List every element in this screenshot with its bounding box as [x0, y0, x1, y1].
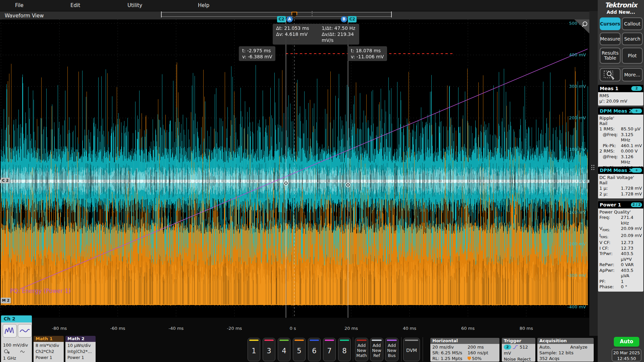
dpm2-badge[interactable]: +: [631, 109, 642, 113]
channel-number: 4: [278, 347, 290, 355]
dpm2-row-label: @Freq:: [599, 132, 621, 143]
meas1-badge[interactable]: 2: [631, 86, 642, 91]
ch2-waveform-button-2[interactable]: [18, 324, 32, 338]
cursor-b-line[interactable]: [348, 19, 348, 318]
x-axis-label: -60 ms: [104, 326, 131, 331]
adder-label: AddNewBus: [385, 343, 398, 358]
cursor-a-line[interactable]: [286, 19, 286, 318]
dpm2-row-value: 85.50 μV: [621, 126, 642, 132]
cursor-a-source-badge[interactable]: C2: [277, 16, 286, 22]
sidebar-button-plot[interactable]: Plot: [622, 48, 643, 64]
dpm3-badge[interactable]: +: [631, 168, 642, 173]
power1-row-value: 12.73: [621, 246, 642, 251]
channel-button-4[interactable]: 4: [278, 338, 290, 361]
acquisition-panel[interactable]: Acquisition Auto, Analyze Sample: 12 bit…: [537, 338, 594, 362]
sidebar-button-measure[interactable]: Measure: [600, 33, 621, 45]
channel-button-6[interactable]: 6: [308, 338, 321, 361]
zoom-select-button[interactable]: [600, 68, 621, 81]
acquisition-mode: Auto,: [539, 344, 570, 350]
ch2-panel[interactable]: 100 mV/div 1 GHz: [1, 322, 32, 362]
sidebar-button-cursors[interactable]: Cursors: [600, 17, 621, 30]
dpm2-row: 1 RMS:85.50 μV: [599, 126, 642, 132]
menu-item-edit[interactable]: Edit: [70, 2, 80, 8]
panel-dpm2[interactable]: DPM Meas 2+Ripple'Rail1 RMS:85.50 μV@Fre…: [598, 107, 643, 172]
trigger-panel[interactable]: Trigger 2 512 mV Noise Reject: [502, 338, 535, 362]
math2-reference-marker[interactable]: M 2: [1, 298, 11, 303]
channel-button-1[interactable]: 1: [248, 338, 260, 361]
trigger-title: Trigger: [502, 338, 535, 344]
divider: [401, 337, 401, 361]
power1-row: IRMS:20.09 mV: [599, 233, 642, 240]
horizontal-window: 200 ms: [468, 344, 497, 350]
ch2-tab[interactable]: Ch 2: [1, 315, 32, 322]
menu-item-file[interactable]: File: [15, 2, 23, 8]
sidebar-button-callout[interactable]: Callout: [622, 17, 643, 30]
sidebar-button-results-table[interactable]: Results Table: [600, 48, 621, 64]
adder-color-bar: [357, 340, 367, 341]
channel-button-3[interactable]: 3: [263, 338, 275, 361]
ch2-bandwidth: 1 GHz: [3, 356, 16, 361]
math2-panel[interactable]: Math 2 10 μWs/div Intg(Ch2*… Power 1: [65, 336, 96, 362]
power1-row: TrPwr:403.5 μV*V: [599, 251, 642, 262]
channel-button-5[interactable]: 5: [293, 338, 306, 361]
panel-power1[interactable]: Power 12 / 2Power Quality'Freq:271.4 kHz…: [598, 201, 643, 292]
channel-button-8[interactable]: 8: [338, 338, 351, 361]
delta-t-value: Δt: 21.053 ms: [276, 25, 317, 31]
math1-panel[interactable]: Math 1 8 mV*V/div Ch2*Ch2 Power 1: [34, 336, 64, 362]
x-axis-label: 40 ms: [396, 326, 423, 331]
waveform-graticule[interactable]: 500 mV400 mV300 mV200 mV100 mV0 V-100 mV…: [0, 19, 589, 318]
overview-right-cap[interactable]: [391, 11, 392, 17]
channel-button-7[interactable]: 7: [323, 338, 336, 361]
power1-row-label: IRMS:: [599, 233, 621, 240]
channel-color-bar: [294, 340, 304, 341]
more-button[interactable]: More...: [622, 68, 643, 81]
meas1-text-line: RMS: [599, 93, 642, 99]
math2-title: Math 2: [65, 336, 96, 342]
zoom-overview-bar[interactable]: [161, 12, 392, 17]
menu-item-help[interactable]: Help: [198, 2, 209, 8]
dvm-button[interactable]: DVM: [403, 338, 420, 361]
cursor-b-badge[interactable]: B: [341, 16, 347, 22]
adder-label: AddNewMath: [355, 343, 368, 358]
slope-value: Δv/Δt: 219.34 mV/s: [322, 31, 356, 43]
channel-color-bar: [279, 340, 289, 341]
cursor-b-source-badge[interactable]: C2: [348, 16, 357, 22]
oscilloscope-app: FileEditUtilityHelp Waveform View 500 mV…: [0, 0, 644, 362]
cursor-a-marker[interactable]: [283, 180, 289, 186]
horizontal-panel[interactable]: Horizontal 20 ms/div 200 ms SR: 6.25 MS/…: [430, 338, 499, 362]
overview-left-cap[interactable]: [161, 11, 162, 17]
dpm2-row-value: 460.1 mV: [621, 143, 642, 149]
x-axis-label: -40 ms: [163, 326, 190, 331]
power1-row-label: Freq:: [599, 215, 621, 226]
waveform-canvas[interactable]: [0, 19, 589, 318]
add-new-math-button[interactable]: AddNewMath: [355, 338, 368, 361]
power1-row: Freq:271.4 kHz: [599, 215, 642, 226]
horizontal-scale: 20 ms/div: [432, 344, 468, 350]
cursor-b-marker[interactable]: [345, 182, 351, 188]
menu-bar: FileEditUtilityHelp: [0, 0, 598, 11]
y-axis-label: 200 mV: [546, 115, 586, 120]
cursor-a-badge[interactable]: A: [286, 16, 293, 22]
run-mode-button[interactable]: Auto: [614, 337, 639, 347]
dpm3-row: 2 μ:1.728 mV: [599, 191, 642, 197]
menu-item-utility[interactable]: Utility: [127, 2, 142, 8]
cursor-b-time: t: 18.078 ms: [351, 48, 384, 54]
panel-drag-handle[interactable]: [591, 165, 594, 170]
sidebar-button-search[interactable]: Search: [622, 33, 643, 45]
trigger-position-dashed-line[interactable]: [294, 19, 294, 318]
add-new-bus-button[interactable]: AddNewBus: [385, 338, 398, 361]
ch2-waveform-button-1[interactable]: [3, 324, 17, 338]
divider: [353, 337, 353, 361]
y-axis-label: -100 mV: [546, 210, 586, 215]
ch2-reference-marker[interactable]: C 2: [1, 178, 10, 183]
power1-row-label: ApPwr:: [599, 268, 621, 279]
panel-meas1[interactable]: Meas 12RMSμ': 20.09 mV: [598, 85, 643, 106]
dpm2-body: Ripple'Rail1 RMS:85.50 μV@Freq:3.125 MHz…: [598, 115, 643, 172]
meas1-text-line: μ': 20.09 mV: [599, 99, 642, 104]
x-axis-label: 0 s: [279, 326, 306, 331]
dpm2-row: @Freq:3.126 MHz: [599, 154, 642, 165]
panel-dpm3[interactable]: DPM Meas 3+DC Rail Voltage'Rail1 μ:1.728…: [598, 167, 643, 198]
power1-badge[interactable]: 2 / 2: [631, 202, 642, 207]
dpm2-title: DPM Meas 2+: [598, 107, 643, 115]
add-new-ref-button[interactable]: AddNewRef: [370, 338, 383, 361]
